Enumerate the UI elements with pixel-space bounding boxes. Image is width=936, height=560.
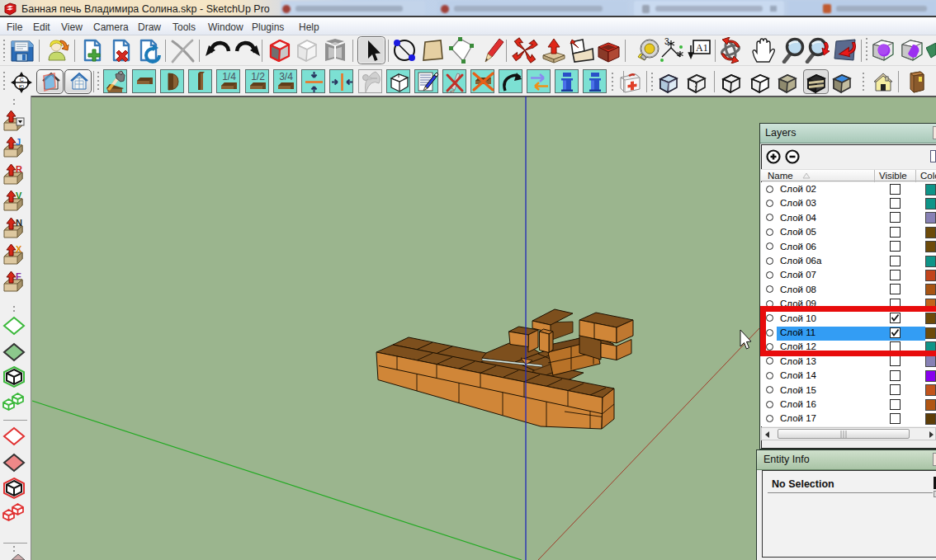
svg-text:V: V bbox=[16, 191, 22, 200]
svg-text:A1: A1 bbox=[696, 42, 708, 54]
svg-text:C: C bbox=[20, 77, 24, 82]
svg-text:F: F bbox=[16, 271, 21, 281]
svg-text:R: R bbox=[16, 164, 22, 174]
svg-text:1/4: 1/4 bbox=[222, 71, 236, 82]
svg-text:1/2: 1/2 bbox=[251, 71, 265, 82]
svg-text:N: N bbox=[16, 218, 22, 228]
svg-text:3/4: 3/4 bbox=[279, 71, 293, 82]
svg-text:J: J bbox=[16, 137, 21, 147]
svg-text:Ю: Ю bbox=[19, 84, 24, 89]
svg-text:X: X bbox=[16, 244, 22, 254]
